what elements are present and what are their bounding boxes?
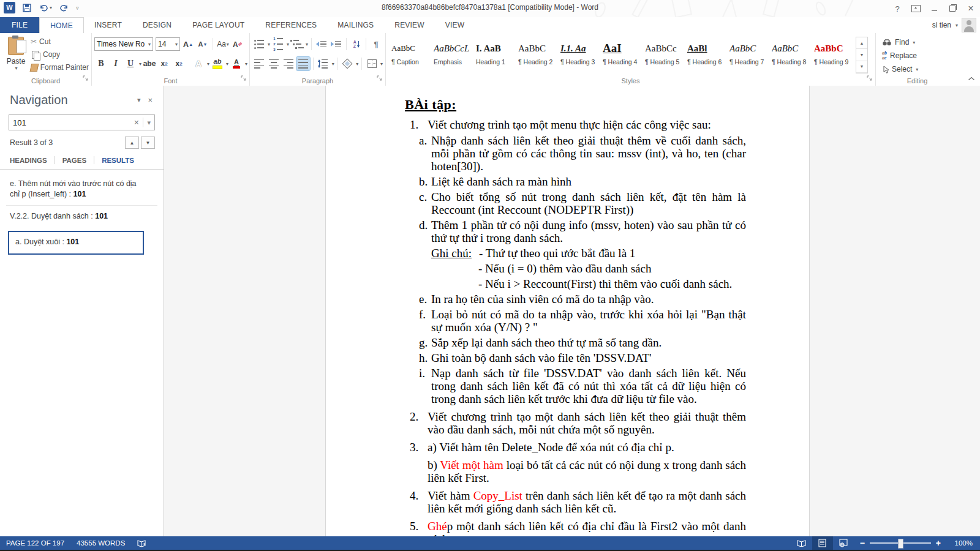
font-size-combo[interactable]: 14▾ xyxy=(156,37,180,51)
paragraph[interactable]: 4.Viết hàm Copy_List trên danh sách liên… xyxy=(410,489,746,515)
style-heading-6[interactable]: AaBl¶ Heading 6 xyxy=(684,37,726,72)
paragraph[interactable]: g.Sắp xếp lại danh sách theo thứ tự mã s… xyxy=(419,336,746,349)
paragraph-dialog-launcher-icon[interactable] xyxy=(377,73,383,84)
paragraph[interactable]: Ghi chú:- Thứ tự theo qui ước bắt đầu là… xyxy=(431,247,746,260)
web-layout-view-icon[interactable] xyxy=(833,536,854,550)
tab-file[interactable]: FILE xyxy=(0,17,39,33)
bold-button[interactable]: B xyxy=(94,57,108,70)
zoom-out-button[interactable]: − xyxy=(860,539,865,547)
tab-references[interactable]: REFERENCES xyxy=(255,17,327,33)
style-emphasis[interactable]: AaBbCcLEmphasis xyxy=(431,37,473,72)
grow-font-button[interactable]: A▲ xyxy=(181,37,195,51)
zoom-level[interactable]: 100% xyxy=(947,539,980,547)
multilevel-dropdown-icon[interactable]: ▾ xyxy=(306,42,308,47)
print-layout-view-icon[interactable] xyxy=(812,536,833,550)
tab-design[interactable]: DESIGN xyxy=(132,17,182,33)
borders-dropdown-icon[interactable]: ▾ xyxy=(380,61,383,67)
strikethrough-button[interactable]: abe xyxy=(143,57,156,70)
tab-insert[interactable]: INSERT xyxy=(84,17,132,33)
style-heading-4[interactable]: AaI¶ Heading 4 xyxy=(600,37,642,72)
nav-search-clear-icon[interactable]: ✕ xyxy=(130,119,143,127)
numbering-button[interactable]: 123 xyxy=(271,37,285,51)
paragraph[interactable]: b.Liệt kê danh sách ra màn hình xyxy=(419,175,746,188)
decrease-indent-button[interactable] xyxy=(315,37,328,51)
paste-button[interactable]: Paste ▾ xyxy=(2,36,29,73)
paste-dropdown-icon[interactable]: ▾ xyxy=(15,66,17,71)
styles-scroll-down-icon[interactable]: ▼ xyxy=(856,49,867,61)
paragraph[interactable]: c.Cho biết tổng số nút trong danh sách l… xyxy=(419,190,746,216)
close-icon[interactable]: × xyxy=(962,0,980,17)
ribbon-display-options-icon[interactable] xyxy=(907,0,925,17)
minimize-icon[interactable] xyxy=(925,0,943,17)
tab-review[interactable]: REVIEW xyxy=(384,17,435,33)
sort-button[interactable]: AZ xyxy=(349,37,363,51)
highlight-dropdown-icon[interactable]: ▾ xyxy=(226,61,228,67)
line-spacing-button[interactable] xyxy=(317,57,330,70)
document-page[interactable]: BÀi tập: 1.Viết chương trình tạo một men… xyxy=(325,86,810,536)
nav-search-input[interactable] xyxy=(9,118,130,127)
nav-pane-options-dropdown-icon[interactable]: ▾ xyxy=(134,96,145,104)
style-heading-2[interactable]: AaBbC¶ Heading 2 xyxy=(515,37,557,72)
nav-search-options-dropdown-icon[interactable]: ▾ xyxy=(143,119,154,127)
bullets-dropdown-icon[interactable]: ▾ xyxy=(268,42,270,47)
line-spacing-dropdown-icon[interactable]: ▾ xyxy=(332,61,334,67)
tab-view[interactable]: VIEW xyxy=(435,17,475,33)
style-caption[interactable]: AaBbC¶ Caption xyxy=(388,37,431,72)
tab-home[interactable]: HOME xyxy=(39,17,84,34)
underline-button[interactable]: U xyxy=(124,57,137,70)
paragraph[interactable]: 1.Viết chương trình tạo một menu thực hi… xyxy=(410,118,746,131)
paragraph[interactable]: 2.Viết chương trình tạo một danh sách li… xyxy=(410,410,746,436)
style-heading-5[interactable]: AaBbCc¶ Heading 5 xyxy=(642,37,684,72)
word-logo-icon[interactable]: W xyxy=(4,2,15,13)
nav-tab-headings[interactable]: HEADINGS xyxy=(10,157,47,164)
redo-icon[interactable] xyxy=(59,4,69,12)
paragraph[interactable]: e.In ra họ tên của sinh viên có mã do ta… xyxy=(419,293,746,305)
read-mode-view-icon[interactable] xyxy=(791,536,812,550)
nav-result-2[interactable]: V.2.2. Duyệt danh sách : 101 xyxy=(0,206,164,227)
nav-pane-close-icon[interactable]: × xyxy=(144,96,156,105)
paragraph[interactable]: 3.a) Viết hàm tên Delete_Node để xóa nút… xyxy=(410,441,746,454)
replace-button[interactable]: abac Replace xyxy=(882,49,956,62)
shading-button[interactable] xyxy=(341,57,354,70)
nav-tab-pages[interactable]: PAGES xyxy=(62,157,86,164)
save-icon[interactable] xyxy=(23,4,31,12)
paragraph[interactable]: - Nếu i > Reccount(First) thì thêm vào c… xyxy=(478,277,746,291)
next-result-button[interactable]: ▼ xyxy=(141,137,155,149)
show-hide-marks-button[interactable]: ¶ xyxy=(369,37,383,51)
style-heading-1[interactable]: I. AaBHeading 1 xyxy=(473,37,515,72)
find-button[interactable]: Find ▾ xyxy=(882,36,956,49)
status-page-indicator[interactable]: PAGE 122 OF 197 xyxy=(0,539,70,547)
status-word-count[interactable]: 43555 WORDS xyxy=(70,539,131,547)
paragraph[interactable]: - Nếu (i = 0) thêm vào đầu danh sách xyxy=(478,262,746,276)
zoom-in-button[interactable]: + xyxy=(936,539,941,547)
italic-button[interactable]: I xyxy=(109,57,123,70)
document-heading[interactable]: BÀi tập: xyxy=(405,97,746,113)
style-heading-9[interactable]: AaBbC¶ Heading 9 xyxy=(811,37,853,72)
superscript-button[interactable]: x2 xyxy=(172,57,186,70)
restore-icon[interactable] xyxy=(943,0,962,17)
proofing-errors-icon[interactable] xyxy=(131,539,153,547)
font-name-combo[interactable]: Times New Ro▾ xyxy=(94,37,153,51)
tab-mailings[interactable]: MAILINGS xyxy=(327,17,384,33)
style-heading-8[interactable]: AaBbC¶ Heading 8 xyxy=(769,37,811,72)
shrink-font-button[interactable]: A▼ xyxy=(196,37,209,51)
cut-button[interactable]: ✂ Cut xyxy=(31,36,89,48)
align-center-button[interactable] xyxy=(267,57,281,70)
justify-button[interactable] xyxy=(296,57,310,70)
nav-tab-results[interactable]: RESULTS xyxy=(102,157,134,164)
shading-dropdown-icon[interactable]: ▾ xyxy=(356,61,358,67)
zoom-slider[interactable] xyxy=(870,542,931,544)
collapse-ribbon-icon[interactable] xyxy=(968,72,975,83)
font-dialog-launcher-icon[interactable] xyxy=(241,73,247,84)
undo-icon[interactable]: ▾ xyxy=(39,4,52,12)
font-color-dropdown-icon[interactable]: ▾ xyxy=(245,61,247,67)
text-effects-dropdown-icon[interactable]: ▾ xyxy=(207,61,209,67)
zoom-slider-thumb[interactable] xyxy=(898,539,903,549)
style-heading-3[interactable]: I.1. Aa¶ Heading 3 xyxy=(557,37,600,72)
subscript-button[interactable]: x2 xyxy=(157,57,171,70)
numbering-dropdown-icon[interactable]: ▾ xyxy=(287,42,289,47)
styles-dialog-launcher-icon[interactable] xyxy=(867,73,873,84)
nav-result-1[interactable]: e. Thêm nút mới vào trước nút có địa chỉ… xyxy=(0,173,164,205)
copy-button[interactable]: Copy xyxy=(31,48,89,61)
customize-qat-icon[interactable]: ▿ xyxy=(76,5,79,11)
